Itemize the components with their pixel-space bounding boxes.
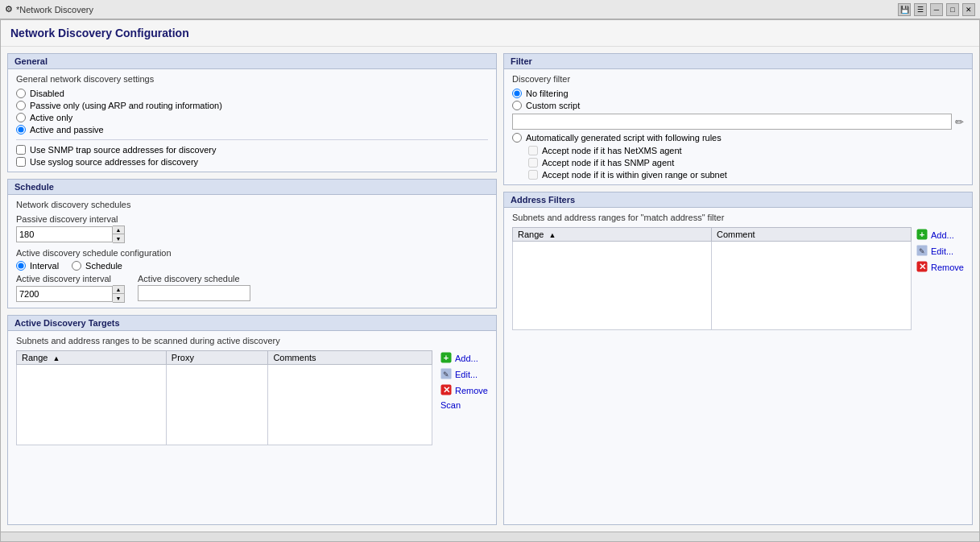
address-add-icon: +: [916, 229, 928, 242]
active-interval-spinbox: ▲ ▼: [16, 285, 125, 303]
radio-disabled[interactable]: Disabled: [16, 89, 488, 98]
general-radio-group: Disabled Passive only (using ARP and rou…: [16, 89, 488, 134]
active-interval-group: Active discovery interval ▲ ▼: [16, 274, 125, 303]
targets-edit-button[interactable]: ✎ Edit...: [440, 368, 488, 381]
scrollbar[interactable]: [1, 532, 979, 541]
address-col-comment[interactable]: Comment: [711, 228, 911, 242]
checkbox-snmp-trap-input[interactable]: [16, 145, 26, 155]
passive-interval-group: Passive discovery interval ▲ ▼: [16, 214, 488, 243]
targets-add-button[interactable]: + Add...: [440, 352, 488, 365]
checkbox-netxms-agent[interactable]: Accept node if it has NetXMS agent: [528, 146, 964, 155]
radio-custom-script-input[interactable]: [512, 101, 522, 110]
filter-script-edit-button[interactable]: ✏: [955, 116, 964, 128]
close-button[interactable]: ✕: [962, 3, 975, 16]
address-col-comment-label: Comment: [717, 230, 755, 239]
targets-action-buttons: + Add... ✎: [440, 350, 488, 410]
checkbox-snmp-agent-input: [528, 158, 538, 168]
schedule-section: Schedule Network discovery schedules Pas…: [7, 179, 497, 308]
targets-col-proxy[interactable]: Proxy: [166, 351, 268, 365]
schedule-subtitle: Network discovery schedules: [16, 200, 488, 209]
active-interval-spinbox-btns: ▲ ▼: [113, 285, 125, 303]
radio-active-passive-input[interactable]: [16, 125, 26, 134]
targets-table-wrapper: Range ▲ Proxy Comments: [16, 350, 432, 445]
address-filters-body: Subnets and address ranges for "match ad…: [504, 208, 972, 335]
targets-col-comments-label: Comments: [273, 353, 316, 362]
targets-scan-button[interactable]: Scan: [440, 400, 488, 410]
radio-no-filtering-label: No filtering: [526, 89, 569, 98]
targets-sort-arrow: ▲: [52, 354, 60, 362]
passive-interval-input[interactable]: [16, 226, 113, 242]
filter-radio-group: No filtering Custom script: [512, 89, 964, 110]
checkbox-snmp-agent[interactable]: Accept node if it has SNMP agent: [528, 158, 964, 168]
address-remove-button[interactable]: ✕ Remove: [916, 261, 964, 274]
radio-schedule-label: Schedule: [85, 261, 122, 271]
radio-active-passive[interactable]: Active and passive: [16, 125, 488, 134]
address-col-range[interactable]: Range ▲: [513, 228, 712, 242]
radio-active-only-input[interactable]: [16, 113, 26, 122]
radio-active-only[interactable]: Active only: [16, 113, 488, 122]
tab-title: *Network Discovery: [16, 5, 898, 14]
targets-col-range-label: Range: [22, 353, 48, 362]
filter-script-input[interactable]: [512, 114, 952, 130]
passive-interval-spinbox: ▲ ▼: [16, 225, 488, 243]
targets-add-label: Add...: [455, 354, 478, 363]
radio-schedule-input[interactable]: [72, 261, 81, 271]
filter-section: Filter Discovery filter No filtering Cus…: [503, 53, 973, 185]
targets-scan-label: Scan: [440, 400, 461, 410]
radio-interval-input[interactable]: [16, 261, 26, 271]
edit-svg: ✎: [440, 368, 452, 379]
title-bar: ⚙ *Network Discovery 💾 ☰ ─ □ ✕: [0, 0, 980, 19]
checkbox-netxms-agent-label: Accept node if it has NetXMS agent: [542, 146, 682, 155]
passive-interval-label: Passive discovery interval: [16, 214, 488, 224]
radio-passive-only-input[interactable]: [16, 101, 26, 110]
menu-button[interactable]: ☰: [914, 3, 927, 16]
address-empty-comment: [711, 242, 911, 330]
targets-remove-button[interactable]: ✕ Remove: [440, 384, 488, 397]
active-interval-down[interactable]: ▼: [113, 294, 124, 302]
address-filters-table-wrapper: Range ▲ Comment: [512, 227, 912, 330]
radio-auto-script-input[interactable]: [512, 133, 522, 143]
address-edit-button[interactable]: ✎ Edit...: [916, 245, 964, 258]
targets-col-comments[interactable]: Comments: [268, 351, 432, 365]
address-filters-table-area: Range ▲ Comment: [512, 227, 964, 330]
passive-interval-spinbox-btns: ▲ ▼: [113, 225, 125, 243]
checkbox-syslog[interactable]: Use syslog source addresses for discover…: [16, 157, 488, 167]
active-schedule-input[interactable]: [138, 285, 250, 301]
address-edit-icon: ✎: [916, 245, 928, 258]
radio-passive-only[interactable]: Passive only (using ARP and routing info…: [16, 101, 488, 110]
radio-no-filtering[interactable]: No filtering: [512, 89, 964, 98]
address-edit-svg: ✎: [916, 245, 928, 256]
checkbox-range-subnet[interactable]: Accept node if it is within given range …: [528, 170, 964, 180]
radio-no-filtering-input[interactable]: [512, 89, 522, 98]
filter-sub-checkboxes: Accept node if it has NetXMS agent Accep…: [528, 146, 964, 180]
address-filters-action-buttons: + Add... ✎: [916, 227, 964, 274]
targets-col-range[interactable]: Range ▲: [17, 351, 167, 365]
app-icon: ⚙: [5, 4, 13, 14]
address-add-label: Add...: [931, 230, 954, 240]
remove-svg: ✕: [440, 384, 452, 395]
passive-interval-down[interactable]: ▼: [113, 234, 124, 242]
radio-custom-script[interactable]: Custom script: [512, 101, 964, 110]
radio-disabled-input[interactable]: [16, 89, 26, 98]
save-button[interactable]: 💾: [898, 3, 911, 16]
radio-active-passive-label: Active and passive: [30, 125, 104, 134]
radio-schedule[interactable]: Schedule: [72, 261, 122, 271]
minimize-button[interactable]: ─: [930, 3, 943, 16]
filter-subtitle: Discovery filter: [512, 74, 964, 84]
active-interval-input[interactable]: [16, 286, 113, 302]
checkbox-snmp-trap[interactable]: Use SNMP trap source addresses for disco…: [16, 145, 488, 155]
radio-auto-script[interactable]: Automatically generated script with foll…: [512, 133, 964, 143]
svg-text:✕: ✕: [443, 385, 450, 395]
address-add-button[interactable]: + Add...: [916, 229, 964, 242]
window-controls: 💾 ☰ ─ □ ✕: [898, 3, 975, 16]
general-checkbox-group: Use SNMP trap source addresses for disco…: [16, 145, 488, 167]
radio-interval[interactable]: Interval: [16, 261, 59, 271]
checkbox-syslog-input[interactable]: [16, 157, 26, 167]
passive-interval-up[interactable]: ▲: [113, 226, 124, 234]
targets-empty-range: [17, 365, 167, 445]
add-icon: +: [440, 352, 452, 365]
maximize-button[interactable]: □: [946, 3, 959, 16]
add-svg: +: [440, 352, 452, 363]
targets-empty-proxy: [166, 365, 268, 445]
active-interval-up[interactable]: ▲: [113, 286, 124, 294]
